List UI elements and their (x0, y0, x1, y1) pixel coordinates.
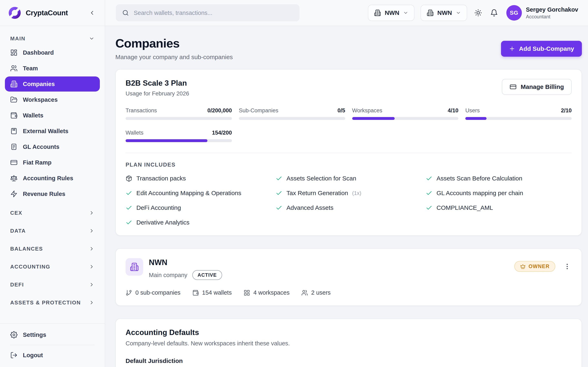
company-menu-button[interactable] (563, 262, 572, 271)
search-box (116, 4, 300, 21)
feature-advanced-assets: Advanced Assets (276, 204, 422, 211)
feature-assets-scan: Assets Scan Before Calculation (426, 175, 572, 182)
sidebar-item-label: GL Accounts (23, 143, 60, 150)
feature-label: DeFi Accounting (136, 204, 181, 211)
sidebar-item-revenue-rules[interactable]: Revenue Rules (5, 186, 100, 201)
sidebar-item-external-wallets[interactable]: External Wallets (5, 124, 100, 139)
progress-fill (352, 117, 395, 120)
sidebar-item-logout[interactable]: Logout (5, 348, 100, 363)
sidebar-groups: CEX DATA BALANCES ACCOUNTING DEFI (5, 204, 100, 312)
feature-label: Derivative Analytics (136, 219, 190, 226)
defaults-subtitle: Company-level defaults. New workspaces i… (126, 340, 572, 347)
theme-toggle-button[interactable] (473, 8, 483, 18)
feature-tax-return: Tax Return Generation (1x) (276, 190, 422, 197)
meter-value: 2/10 (561, 108, 572, 114)
manage-billing-button[interactable]: Manage Billing (502, 79, 572, 95)
users-icon (301, 290, 308, 296)
owner-badge: OWNER (514, 261, 555, 272)
company-switcher-label: NWN (385, 9, 399, 16)
sidebar-group-cex[interactable]: CEX (5, 204, 100, 222)
add-sub-company-label: Add Sub-Company (519, 45, 574, 52)
page-header: Companies Manage your company and sub-co… (115, 36, 582, 60)
page-title-block: Companies Manage your company and sub-co… (115, 36, 233, 60)
git-branch-icon (126, 290, 132, 296)
stat-label: 2 users (311, 289, 330, 296)
meter-value: 0/5 (337, 108, 345, 114)
workspace-switcher[interactable]: NWN (421, 5, 467, 21)
usage-meter-sub-companies: Sub-Companies0/5 (239, 108, 345, 120)
sidebar-item-accounting-rules[interactable]: Accounting Rules (5, 171, 100, 186)
meter-value: 0/200,000 (208, 108, 232, 114)
credit-card-icon (10, 159, 17, 166)
zap-icon (10, 190, 17, 198)
sidebar-item-wallets[interactable]: Wallets (5, 108, 100, 123)
chevron-down-icon (403, 10, 408, 16)
meter-value: 154/200 (212, 130, 232, 136)
usage-meter-users: Users2/10 (465, 108, 572, 120)
check-icon (276, 205, 282, 211)
search-input[interactable] (134, 9, 293, 16)
sidebar-item-gl-accounts[interactable]: GL Accounts (5, 139, 100, 154)
sidebar-group-label: ASSETS & PROTECTION (10, 300, 81, 306)
company-card-actions: OWNER (514, 258, 572, 272)
stat-label: 0 sub-companies (135, 289, 181, 296)
sidebar-item-label: Dashboard (23, 49, 54, 56)
sidebar-item-team[interactable]: Team (5, 61, 100, 76)
stat-label: 4 workspaces (253, 289, 290, 296)
progress-track (126, 139, 232, 142)
chevron-right-icon (89, 246, 95, 252)
chevron-right-icon (89, 282, 95, 287)
sidebar-group-defi[interactable]: DEFI (5, 276, 100, 294)
sidebar-item-companies[interactable]: Companies (5, 76, 100, 92)
app-screen: CryptaCount MAIN Dashboard Team Companie… (0, 0, 588, 367)
sidebar-footer: Settings Logout (0, 323, 105, 367)
sidebar-group-label: BALANCES (10, 246, 43, 252)
sidebar-item-settings[interactable]: Settings (5, 327, 100, 342)
sidebar-group-accounting[interactable]: ACCOUNTING (5, 258, 100, 276)
feature-label: Transaction packs (136, 175, 186, 182)
sidebar-group-balances[interactable]: BALANCES (5, 240, 100, 258)
sidebar-section-label: MAIN (10, 35, 25, 42)
meter-label: Users (465, 108, 480, 114)
package-icon (126, 175, 132, 182)
plan-features: Transaction packs Assets Selection for S… (126, 175, 572, 226)
sidebar-header: CryptaCount (0, 0, 105, 26)
sidebar-section-main[interactable]: MAIN (5, 33, 100, 44)
usage-meter-transactions: Transactions0/200,000 (126, 108, 232, 120)
feature-label: Assets Selection for Scan (286, 175, 356, 182)
sidebar-item-workspaces[interactable]: Workspaces (5, 92, 100, 107)
credit-card-icon (510, 83, 517, 90)
sidebar-item-label: Team (23, 65, 38, 72)
add-sub-company-button[interactable]: Add Sub-Company (501, 41, 582, 57)
plan-title-block: B2B Scale 3 Plan Usage for February 2026 (126, 79, 189, 97)
avatar: SG (506, 5, 522, 21)
check-icon (126, 219, 132, 226)
kebab-menu-icon (563, 263, 571, 270)
feature-defi-accounting: DeFi Accounting (126, 204, 272, 211)
accounting-defaults-card: Accounting Defaults Company-level defaul… (115, 318, 582, 367)
topbar: NWN NWN SG Sergey Gorchakov (105, 0, 588, 26)
sidebar: CryptaCount MAIN Dashboard Team Companie… (0, 0, 105, 367)
sidebar-group-assets-protection[interactable]: ASSETS & PROTECTION (5, 294, 100, 312)
sidebar-group-data[interactable]: DATA (5, 222, 100, 240)
meter-value: 4/10 (448, 108, 458, 114)
company-switcher[interactable]: NWN (368, 5, 415, 21)
folder-open-icon (10, 96, 17, 103)
chevron-right-icon (89, 210, 95, 216)
sidebar-item-dashboard[interactable]: Dashboard (5, 45, 100, 60)
page-content: Companies Manage your company and sub-co… (105, 26, 588, 367)
sidebar-item-fiat-ramp[interactable]: Fiat Ramp (5, 155, 100, 170)
stat-workspaces: 4 workspaces (243, 289, 290, 296)
sidebar-group-label: CEX (10, 210, 22, 216)
progress-track (352, 117, 458, 120)
chevron-right-icon (89, 300, 95, 305)
book-marked-icon (10, 127, 17, 135)
meter-label: Transactions (126, 108, 157, 114)
user-menu[interactable]: SG Sergey Gorchakov Accountant (506, 5, 578, 21)
sidebar-item-label: Workspaces (23, 96, 58, 103)
notifications-button[interactable] (489, 8, 499, 18)
grid-icon (243, 290, 250, 296)
sidebar-group-label: DEFI (10, 282, 24, 288)
sidebar-collapse-button[interactable] (87, 8, 96, 17)
user-info: Sergey Gorchakov Accountant (526, 6, 578, 20)
